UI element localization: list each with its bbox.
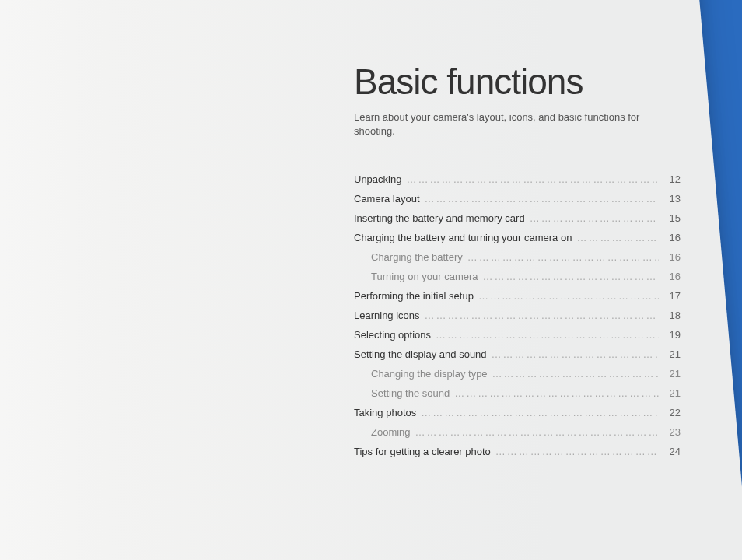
toc-entry[interactable]: Charging the battery and turning your ca… — [354, 228, 681, 247]
toc-entry-leader — [495, 446, 659, 457]
toc-entry[interactable]: Learning icons18 — [354, 306, 681, 325]
toc-entry-leader — [478, 291, 659, 301]
toc-entry-leader — [492, 349, 659, 359]
toc-entry-page: 18 — [659, 310, 681, 320]
toc-entry-label: Learning icons — [354, 310, 425, 320]
toc-entry-leader — [406, 174, 659, 184]
toc-entry[interactable]: Selecting options19 — [354, 325, 681, 345]
toc-entry-leader — [467, 252, 659, 262]
toc-entry[interactable]: Turning on your camera16 — [354, 267, 681, 286]
toc-entry-leader — [530, 213, 659, 223]
toc-entry-page: 21 — [659, 369, 681, 379]
toc-entry[interactable]: Camera layout13 — [354, 189, 681, 208]
toc-entry-page: 13 — [659, 194, 681, 204]
toc-entry-label: Zooming — [371, 427, 415, 437]
toc-entry-page: 16 — [659, 252, 681, 262]
toc-entry[interactable]: Setting the sound21 — [354, 383, 681, 403]
toc-entry-label: Performing the initial setup — [354, 291, 478, 301]
toc-entry-label: Charging the battery and turning your ca… — [354, 233, 576, 243]
toc-entry-page: 12 — [659, 174, 681, 184]
toc-entry-label: Setting the display and sound — [354, 349, 492, 359]
toc-entry-leader — [483, 271, 659, 282]
toc-entry-leader — [492, 369, 659, 379]
toc-entry-page: 16 — [659, 233, 681, 243]
toc-entry-page: 21 — [659, 349, 681, 359]
toc-entry-leader — [421, 408, 659, 418]
page-content: Basic functions Learn about your camera'… — [354, 61, 681, 461]
toc-entry-leader — [415, 427, 659, 437]
toc-entry[interactable]: Setting the display and sound21 — [354, 345, 681, 364]
toc-entry[interactable]: Inserting the battery and memory card15 — [354, 208, 681, 228]
toc-entry[interactable]: Taking photos22 — [354, 403, 681, 422]
toc-entry-leader — [425, 194, 659, 204]
toc-entry-leader — [454, 388, 659, 398]
toc-entry-label: Changing the display type — [371, 369, 492, 379]
toc-entry-page: 16 — [659, 271, 681, 282]
page-subtitle: Learn about your camera's layout, icons,… — [354, 110, 649, 138]
toc-entry-label: Selecting options — [354, 330, 436, 340]
toc-entry-page: 17 — [659, 291, 681, 301]
toc-entry-page: 22 — [659, 408, 681, 418]
toc-entry-label: Camera layout — [354, 194, 425, 204]
toc-entry-leader — [436, 330, 659, 340]
toc-entry-page: 24 — [659, 446, 681, 457]
toc-entry[interactable]: Unpacking12 — [354, 170, 681, 189]
toc-entry[interactable]: Charging the battery16 — [354, 247, 681, 267]
toc-entry-label: Unpacking — [354, 174, 406, 184]
toc-entry[interactable]: Performing the initial setup17 — [354, 286, 681, 306]
toc-entry-label: Inserting the battery and memory card — [354, 213, 530, 223]
toc-entry-label: Taking photos — [354, 408, 421, 418]
toc-entry[interactable]: Tips for getting a clearer photo24 — [354, 442, 681, 461]
toc-entry-page: 19 — [659, 330, 681, 340]
page-title: Basic functions — [354, 61, 681, 103]
toc-entry[interactable]: Zooming23 — [354, 422, 681, 442]
toc-entry-label: Tips for getting a clearer photo — [354, 446, 495, 457]
toc-entry-page: 23 — [659, 427, 681, 437]
toc-entry-label: Setting the sound — [371, 388, 454, 398]
toc-entry-leader — [425, 310, 659, 320]
toc-entry-label: Turning on your camera — [371, 271, 483, 282]
toc-entry[interactable]: Changing the display type21 — [354, 364, 681, 383]
toc-entry-label: Charging the battery — [371, 252, 467, 262]
toc-entry-leader — [576, 233, 659, 243]
toc-entry-page: 21 — [659, 388, 681, 398]
table-of-contents: Unpacking12Camera layout13Inserting the … — [354, 170, 681, 461]
toc-entry-page: 15 — [659, 213, 681, 223]
